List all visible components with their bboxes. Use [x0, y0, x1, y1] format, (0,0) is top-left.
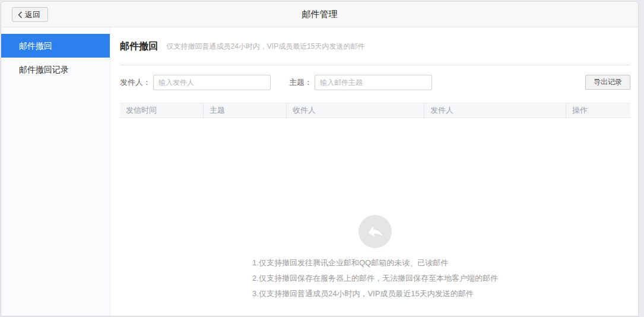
subject-input[interactable]	[315, 75, 432, 90]
sidebar-item-mail-recall-records[interactable]: 邮件撤回记录	[1, 58, 110, 81]
sender-label: 发件人：	[120, 77, 151, 88]
sidebar-item-label: 邮件撤回记录	[19, 65, 69, 74]
sidebar-item-label: 邮件撤回	[19, 41, 52, 50]
sidebar: 邮件撤回 邮件撤回记录	[1, 27, 110, 316]
sender-input[interactable]	[153, 75, 271, 90]
tip-line: 3.仅支持撤回普通成员24小时内，VIP成员最近15天内发送的邮件	[252, 286, 498, 302]
recall-reply-icon	[359, 215, 392, 248]
topbar: 返回 邮件管理	[1, 2, 638, 27]
section-subtitle: 仅支持撤回普通成员24小时内，VIP成员最近15天内发送的邮件	[166, 42, 364, 50]
column-header-subject: 主题	[203, 103, 286, 118]
column-header-recipient: 收件人	[286, 103, 424, 118]
export-records-button[interactable]: 导出记录	[585, 75, 630, 90]
empty-state: 1.仅支持撤回发往腾讯企业邮和QQ邮箱的未读、已读邮件 2.仅支持撤回保存在服务…	[120, 215, 630, 302]
column-header-sender: 发件人	[424, 103, 566, 118]
table-header: 发信时间 主题 收件人 发件人 操作	[120, 103, 630, 118]
tip-line: 2.仅支持撤回保存在服务器上的邮件，无法撤回保存至本地客户端的邮件	[252, 271, 498, 286]
section-header: 邮件撤回 仅支持撤回普通成员24小时内，VIP成员最近15天内发送的邮件	[120, 39, 630, 53]
column-header-send-time: 发信时间	[120, 103, 203, 118]
mail-management-window: 返回 邮件管理 邮件撤回 邮件撤回记录 邮件撤回 仅支持撤回普通成员24小时内，…	[1, 2, 638, 316]
section-divider	[120, 65, 630, 65]
filter-row: 发件人： 主题： 导出记录	[120, 75, 630, 90]
recall-tips: 1.仅支持撤回发往腾讯企业邮和QQ邮箱的未读、已读邮件 2.仅支持撤回保存在服务…	[252, 255, 498, 302]
tip-line: 1.仅支持撤回发往腾讯企业邮和QQ邮箱的未读、已读邮件	[252, 255, 498, 271]
app-body: 邮件撤回 邮件撤回记录 邮件撤回 仅支持撤回普通成员24小时内，VIP成员最近1…	[1, 27, 638, 316]
main-content: 邮件撤回 仅支持撤回普通成员24小时内，VIP成员最近15天内发送的邮件 发件人…	[110, 27, 638, 316]
subject-label: 主题：	[289, 77, 312, 88]
column-header-action: 操作	[566, 103, 630, 118]
page-title: 邮件管理	[1, 2, 638, 27]
section-title: 邮件撤回	[120, 41, 158, 51]
sidebar-item-mail-recall[interactable]: 邮件撤回	[1, 34, 110, 58]
